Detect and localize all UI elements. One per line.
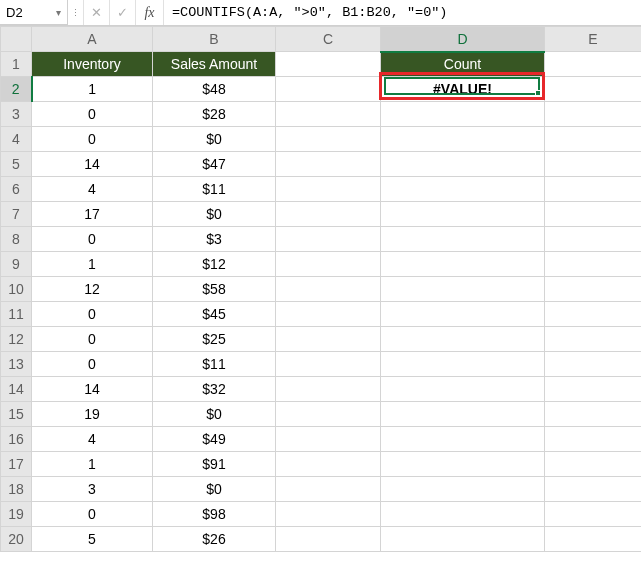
cell[interactable] xyxy=(545,77,642,102)
cell[interactable]: $11 xyxy=(153,352,276,377)
cell[interactable] xyxy=(381,527,545,552)
cell[interactable] xyxy=(381,377,545,402)
cell[interactable]: 17 xyxy=(32,202,153,227)
cell[interactable] xyxy=(545,427,642,452)
cell[interactable]: 0 xyxy=(32,302,153,327)
row-header[interactable]: 2 xyxy=(1,77,32,102)
cell[interactable] xyxy=(545,252,642,277)
row-header[interactable]: 14 xyxy=(1,377,32,402)
cell[interactable]: $0 xyxy=(153,202,276,227)
cell[interactable] xyxy=(381,227,545,252)
cell[interactable] xyxy=(276,202,381,227)
cell[interactable] xyxy=(545,452,642,477)
formula-input[interactable]: =COUNTIFS(A:A, ">0", B1:B20, "=0") xyxy=(164,0,641,25)
cell[interactable]: $0 xyxy=(153,127,276,152)
cell[interactable]: $11 xyxy=(153,177,276,202)
cell[interactable]: 4 xyxy=(32,427,153,452)
cell[interactable]: 1 xyxy=(32,252,153,277)
cell[interactable] xyxy=(545,227,642,252)
cell[interactable] xyxy=(545,302,642,327)
cell[interactable] xyxy=(276,402,381,427)
cell[interactable] xyxy=(381,302,545,327)
cell[interactable] xyxy=(381,477,545,502)
cell[interactable] xyxy=(381,102,545,127)
col-header-D[interactable]: D xyxy=(381,27,545,52)
row-header[interactable]: 4 xyxy=(1,127,32,152)
cell[interactable] xyxy=(276,102,381,127)
cell[interactable] xyxy=(276,277,381,302)
cell[interactable]: 1 xyxy=(32,452,153,477)
cell[interactable] xyxy=(276,352,381,377)
cell[interactable] xyxy=(381,327,545,352)
col-header-A[interactable]: A xyxy=(32,27,153,52)
row-header[interactable]: 13 xyxy=(1,352,32,377)
cell[interactable]: $91 xyxy=(153,452,276,477)
cell[interactable] xyxy=(545,152,642,177)
row-header[interactable]: 15 xyxy=(1,402,32,427)
cell[interactable] xyxy=(545,327,642,352)
row-header[interactable]: 1 xyxy=(1,52,32,77)
cell[interactable] xyxy=(276,477,381,502)
cell[interactable] xyxy=(545,527,642,552)
cell[interactable]: $25 xyxy=(153,327,276,352)
cell[interactable] xyxy=(545,52,642,77)
cancel-formula-icon[interactable]: ✕ xyxy=(84,0,110,25)
cell[interactable] xyxy=(276,427,381,452)
cell[interactable]: 14 xyxy=(32,152,153,177)
cell[interactable]: $45 xyxy=(153,302,276,327)
cell[interactable]: 0 xyxy=(32,327,153,352)
cell[interactable] xyxy=(276,527,381,552)
cell[interactable]: 0 xyxy=(32,352,153,377)
row-header[interactable]: 10 xyxy=(1,277,32,302)
cell[interactable]: $0 xyxy=(153,477,276,502)
cell[interactable] xyxy=(276,452,381,477)
cell[interactable]: $3 xyxy=(153,227,276,252)
cell[interactable] xyxy=(381,277,545,302)
col-header-E[interactable]: E xyxy=(545,27,642,52)
cell[interactable]: 14 xyxy=(32,377,153,402)
cell[interactable] xyxy=(545,377,642,402)
row-header[interactable]: 5 xyxy=(1,152,32,177)
cell[interactable] xyxy=(276,177,381,202)
cell[interactable]: $26 xyxy=(153,527,276,552)
cell[interactable]: 0 xyxy=(32,502,153,527)
cell[interactable]: 12 xyxy=(32,277,153,302)
cell[interactable]: $12 xyxy=(153,252,276,277)
cell[interactable] xyxy=(381,127,545,152)
cell[interactable]: $58 xyxy=(153,277,276,302)
cell[interactable] xyxy=(276,302,381,327)
row-header[interactable]: 20 xyxy=(1,527,32,552)
cell[interactable]: $28 xyxy=(153,102,276,127)
cell[interactable]: 4 xyxy=(32,177,153,202)
name-box[interactable]: D2 ▾ xyxy=(0,0,68,25)
row-header[interactable]: 8 xyxy=(1,227,32,252)
row-header[interactable]: 6 xyxy=(1,177,32,202)
cell[interactable] xyxy=(545,477,642,502)
cell[interactable] xyxy=(276,152,381,177)
cell[interactable] xyxy=(545,277,642,302)
cell[interactable]: $48 xyxy=(153,77,276,102)
fx-icon[interactable]: fx xyxy=(136,0,164,25)
cell[interactable] xyxy=(276,502,381,527)
cell[interactable] xyxy=(381,352,545,377)
cell[interactable]: $98 xyxy=(153,502,276,527)
cell[interactable] xyxy=(276,327,381,352)
row-header[interactable]: 12 xyxy=(1,327,32,352)
row-header[interactable]: 16 xyxy=(1,427,32,452)
cell[interactable]: 5 xyxy=(32,527,153,552)
cell[interactable] xyxy=(381,402,545,427)
cell[interactable]: 1 xyxy=(32,77,153,102)
spreadsheet-grid[interactable]: A B C D E 1InventorySales AmountCount21$… xyxy=(0,26,641,565)
row-header[interactable]: 17 xyxy=(1,452,32,477)
cell[interactable] xyxy=(545,502,642,527)
cell[interactable]: Sales Amount xyxy=(153,52,276,77)
accept-formula-icon[interactable]: ✓ xyxy=(110,0,136,25)
cell[interactable] xyxy=(276,77,381,102)
col-header-C[interactable]: C xyxy=(276,27,381,52)
row-header[interactable]: 9 xyxy=(1,252,32,277)
cell[interactable] xyxy=(545,102,642,127)
cell[interactable]: $47 xyxy=(153,152,276,177)
cell[interactable] xyxy=(381,502,545,527)
col-header-B[interactable]: B xyxy=(153,27,276,52)
cell[interactable] xyxy=(545,202,642,227)
